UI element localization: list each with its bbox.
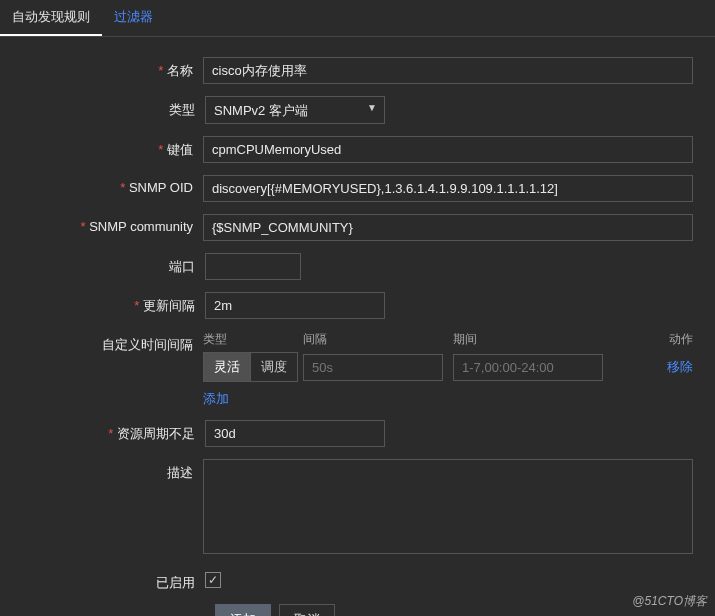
- enabled-label: 已启用: [10, 569, 205, 592]
- custom-intervals-label: 自定义时间间隔: [10, 331, 203, 354]
- intervals-head-action: 动作: [613, 331, 693, 348]
- interval-flex-button[interactable]: 灵活: [204, 353, 251, 381]
- interval-label: 更新间隔: [10, 292, 205, 315]
- oid-label: SNMP OID: [10, 175, 203, 195]
- enabled-checkbox[interactable]: [205, 572, 221, 588]
- type-label: 类型: [10, 96, 205, 119]
- interval-type-segment: 灵活 调度: [203, 352, 298, 382]
- tab-discovery-rules[interactable]: 自动发现规则: [0, 0, 102, 36]
- snmp-community-input[interactable]: [203, 214, 693, 241]
- type-select[interactable]: SNMPv2 客户端: [205, 96, 385, 124]
- desc-label: 描述: [10, 459, 203, 482]
- key-label: 键值: [10, 136, 203, 159]
- interval-period-input[interactable]: [453, 354, 603, 381]
- watermark-text: @51CTO博客: [632, 593, 707, 610]
- interval-sched-button[interactable]: 调度: [251, 353, 297, 381]
- interval-remove-link[interactable]: 移除: [667, 359, 693, 374]
- port-input[interactable]: [205, 253, 301, 280]
- port-label: 端口: [10, 253, 205, 276]
- intervals-head-type: 类型: [203, 331, 303, 348]
- lost-label: 资源周期不足: [10, 420, 205, 443]
- lost-resources-input[interactable]: [205, 420, 385, 447]
- interval-value-input[interactable]: [303, 354, 443, 381]
- name-label: 名称: [10, 57, 203, 80]
- snmp-oid-input[interactable]: [203, 175, 693, 202]
- custom-intervals-block: 类型 间隔 期间 动作 灵活 调度: [203, 331, 693, 408]
- update-interval-input[interactable]: [205, 292, 385, 319]
- tabs-bar: 自动发现规则 过滤器: [0, 0, 715, 37]
- cancel-button[interactable]: 取消: [279, 604, 335, 616]
- intervals-head-interval: 间隔: [303, 331, 453, 348]
- interval-add-link[interactable]: 添加: [203, 391, 229, 406]
- tab-filters[interactable]: 过滤器: [102, 0, 165, 36]
- discovery-form: 名称 类型 SNMPv2 客户端 键值 SNMP OID SNMP commun…: [0, 37, 715, 616]
- community-label: SNMP community: [10, 214, 203, 234]
- submit-button[interactable]: 添加: [215, 604, 271, 616]
- description-textarea[interactable]: [203, 459, 693, 554]
- intervals-head-period: 期间: [453, 331, 613, 348]
- key-input[interactable]: [203, 136, 693, 163]
- name-input[interactable]: [203, 57, 693, 84]
